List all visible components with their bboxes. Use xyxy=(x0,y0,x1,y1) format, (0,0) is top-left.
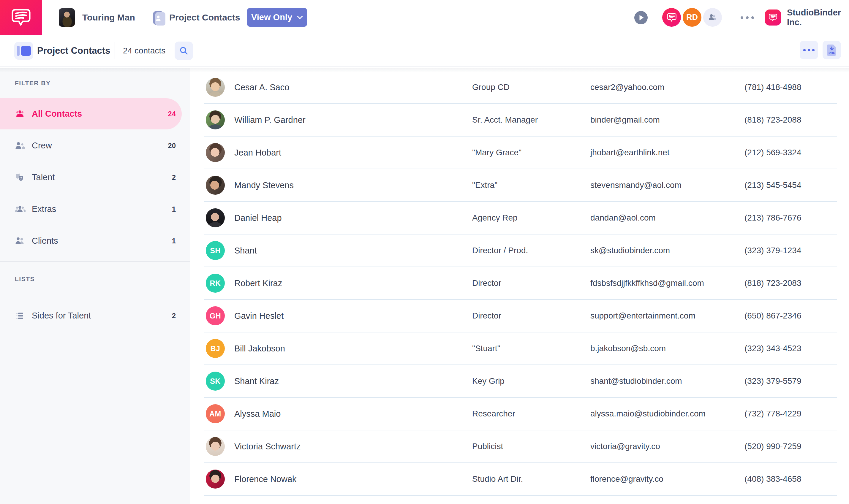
avatar-initials: RD xyxy=(686,13,698,22)
avatar-cell xyxy=(204,209,234,227)
contact-role: "Mary Grace" xyxy=(472,148,590,157)
contact-role: Group CD xyxy=(472,83,590,92)
contact-role: Director xyxy=(472,278,590,288)
contact-phone: (781) 418-4988 xyxy=(744,83,837,92)
sidebar-item[interactable]: Sides for Talent 2 xyxy=(0,300,190,331)
sidebar-item-label: Clients xyxy=(32,236,58,246)
contact-email: dandan@aol.com xyxy=(590,213,744,222)
table-row[interactable]: Cesar A. Saco Group CD cesar2@yahoo.com … xyxy=(204,71,837,104)
contact-phone: (213) 786-7676 xyxy=(744,213,837,222)
contact-phone: (650) 867-2346 xyxy=(744,311,837,321)
contact-name: Florence Nowak xyxy=(234,474,472,484)
lists-label: LISTS xyxy=(15,275,35,283)
play-icon[interactable] xyxy=(634,11,648,24)
table-row[interactable]: GH Gavin Heslet Director support@enterta… xyxy=(204,300,837,332)
pdf-label: PDF xyxy=(829,51,835,55)
page-title: Project Contacts xyxy=(37,35,110,67)
speech-bubble-icon xyxy=(666,13,677,22)
avatar-studiobinder[interactable] xyxy=(662,8,681,27)
sidebar-item[interactable]: All Contacts 24 xyxy=(0,98,190,130)
table-row-partial xyxy=(204,68,837,71)
sidebar-item-count: 20 xyxy=(148,142,176,150)
export-pdf-button[interactable]: PDF xyxy=(823,41,841,59)
contact-email: sk@studiobinder.com xyxy=(590,246,744,255)
contact-email: b.jakobson@sb.com xyxy=(590,344,744,353)
avatar xyxy=(206,143,225,162)
table-row[interactable]: SK Shant Kiraz Key Grip shant@studiobind… xyxy=(204,365,837,398)
table-row[interactable]: Victoria Schwartz Publicist victoria@gra… xyxy=(204,430,837,463)
contact-email: stevensmandy@aol.com xyxy=(590,180,744,190)
contact-role: Director xyxy=(472,311,590,321)
table-more-button[interactable] xyxy=(800,41,818,59)
avatar-initials: SH xyxy=(210,246,220,255)
avatar xyxy=(206,437,225,456)
table-row[interactable]: Jean Hobart "Mary Grace" jhobart@earthli… xyxy=(204,137,837,169)
avatar: GH xyxy=(206,306,225,325)
project-name[interactable]: Touring Man xyxy=(82,0,135,35)
avatar-cell: SH xyxy=(204,241,234,260)
avatar-cell xyxy=(204,176,234,195)
org-logo-chip[interactable] xyxy=(765,10,781,25)
contact-role: Studio Art Dir. xyxy=(472,474,590,484)
avatar-cell xyxy=(204,110,234,129)
table-row[interactable]: AM Alyssa Maio Researcher alyssa.maio@st… xyxy=(204,398,837,430)
table-row[interactable]: RK Robert Kiraz Director fdsbsfsdjjfkkff… xyxy=(204,267,837,300)
org-name[interactable]: StudioBinder Inc. xyxy=(787,0,849,35)
board-view-button[interactable] xyxy=(14,42,33,60)
avatar: AM xyxy=(206,404,225,423)
avatar-initials: RK xyxy=(210,279,220,288)
sidebar-item-label: Talent xyxy=(32,173,55,182)
sidebar-item-icon xyxy=(14,108,25,120)
contact-phone: (818) 723-2088 xyxy=(744,115,837,125)
avatar xyxy=(206,176,225,195)
contact-role: Publicist xyxy=(472,442,590,451)
view-only-label: View Only xyxy=(251,13,292,22)
filter-by-label: FILTER BY xyxy=(15,79,51,87)
table-row[interactable]: BJ Bill Jakobson "Stuart" b.jakobson@sb.… xyxy=(204,332,837,365)
table-row[interactable]: Daniel Heap Agency Rep dandan@aol.com (2… xyxy=(204,202,837,234)
contact-role: Researcher xyxy=(472,409,590,418)
avatar-cell xyxy=(204,143,234,162)
sidebar-item[interactable]: Extras 1 xyxy=(0,193,190,225)
contact-name: Robert Kiraz xyxy=(234,278,472,288)
contact-email: cesar2@yahoo.com xyxy=(590,83,744,92)
avatar-initials: AM xyxy=(209,410,221,418)
sidebar-item[interactable]: Clients 1 xyxy=(0,225,190,257)
sidebar-item[interactable]: Talent 2 xyxy=(0,161,190,193)
contact-phone: (408) 383-4658 xyxy=(744,474,837,484)
sidebar-item[interactable]: Crew 20 xyxy=(0,130,190,161)
avatar-collaborators[interactable] xyxy=(703,8,722,27)
avatar: SH xyxy=(206,241,225,260)
table-row[interactable]: William P. Gardner Sr. Acct. Manager bin… xyxy=(204,104,837,137)
sidebar-item-icon xyxy=(14,310,25,322)
contact-name: Alyssa Maio xyxy=(234,409,472,419)
search-button[interactable] xyxy=(175,41,193,60)
contact-role: "Stuart" xyxy=(472,344,590,353)
header-more-button[interactable] xyxy=(741,0,754,35)
sidebar-lists: Sides for Talent 2 xyxy=(0,300,190,331)
speech-bubble-icon xyxy=(768,13,778,22)
avatar-cell: AM xyxy=(204,404,234,423)
contact-email: victoria@gravity.co xyxy=(590,442,744,451)
contact-name: Shant Kiraz xyxy=(234,376,472,386)
sidebar-item-label: Extras xyxy=(32,204,56,214)
sidebar-item-count: 24 xyxy=(148,110,176,118)
table-row[interactable]: Florence Nowak Studio Art Dir. florence@… xyxy=(204,463,837,496)
avatar xyxy=(206,110,225,129)
contact-phone: (323) 379-5579 xyxy=(744,376,837,386)
table-row[interactable]: SH Shant Director / Prod. sk@studiobinde… xyxy=(204,234,837,267)
avatar-rd[interactable]: RD xyxy=(683,8,702,27)
sidebar-item-label: Sides for Talent xyxy=(32,311,91,321)
contact-name: Gavin Heslet xyxy=(234,311,472,321)
view-only-button[interactable]: View Only xyxy=(247,8,307,27)
avatar-initials: GH xyxy=(210,312,221,320)
table-row[interactable]: Mandy Stevens "Extra" stevensmandy@aol.c… xyxy=(204,169,837,202)
contact-email: support@entertainment.com xyxy=(590,311,744,321)
studiobinder-logo[interactable] xyxy=(0,0,42,35)
sidebar: FILTER BY All Contacts 24 Crew 20 Talent… xyxy=(0,68,190,504)
project-thumbnail[interactable] xyxy=(59,8,75,27)
contact-name: William P. Gardner xyxy=(234,115,472,125)
contact-phone: (732) 778-4229 xyxy=(744,409,837,418)
contact-phone: (323) 343-4523 xyxy=(744,344,837,353)
contacts-table: Cesar A. Saco Group CD cesar2@yahoo.com … xyxy=(191,68,849,504)
